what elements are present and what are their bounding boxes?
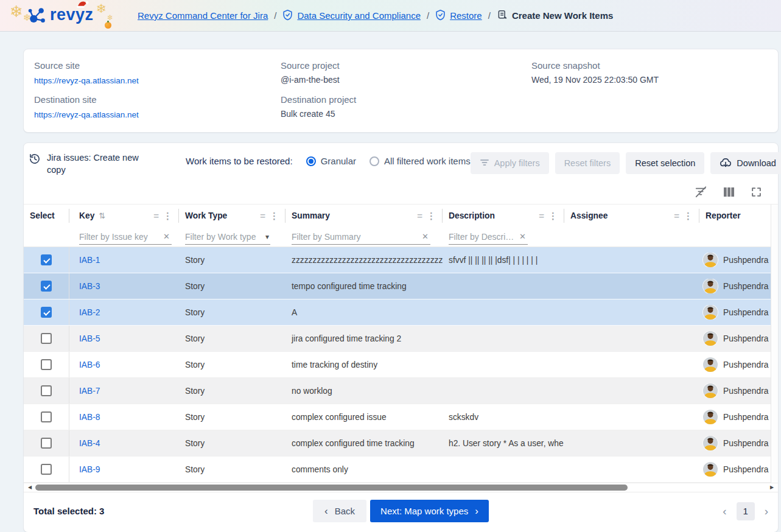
filter-off-icon[interactable] — [694, 186, 707, 198]
issue-key-link[interactable]: IAB-3 — [79, 282, 100, 291]
scroll-right-arrow-icon[interactable]: ▶ — [769, 485, 775, 490]
table-body: IAB-1 Story zzzzzzzzzzzzzzzzzzzzzzzzzzzz… — [24, 247, 771, 483]
column-header-assignee[interactable]: Assignee = ⋮ — [564, 205, 699, 227]
restore-scope-options: Work items to be restored: Granular All … — [186, 156, 471, 166]
column-header-summary[interactable]: Summary = ⋮ — [285, 205, 443, 227]
description-filter-input[interactable] — [449, 232, 517, 242]
source-site-link[interactable]: https://revyz-qa.atlassian.net — [34, 76, 139, 85]
row-checkbox[interactable] — [41, 333, 52, 344]
column-resize-icon[interactable]: = — [153, 211, 159, 221]
issue-key-link[interactable]: IAB-7 — [79, 387, 100, 396]
horizontal-scrollbar-thumb[interactable] — [35, 485, 628, 491]
revyz-logo[interactable]: ❄ ❄ ❄ ❄ revyz — [10, 0, 118, 32]
row-checkbox[interactable] — [41, 438, 52, 449]
column-menu-icon[interactable]: ⋮ — [427, 211, 436, 222]
issue-key-link[interactable]: IAB-9 — [79, 465, 100, 474]
apply-filters-button[interactable]: Apply filters — [471, 152, 549, 174]
table-viewport: Select Key ⇅ = ⋮ Work Type = — [24, 205, 771, 483]
clear-key-filter-icon[interactable]: ✕ — [161, 232, 172, 241]
columns-icon[interactable] — [723, 187, 735, 197]
row-checkbox[interactable] — [41, 411, 52, 422]
row-checkbox[interactable] — [41, 385, 52, 396]
description-cell: h2. User story * As a user, whe — [443, 439, 564, 448]
breadcrumb: Revyz Command Center for Jira / Data Sec… — [138, 9, 613, 23]
reporter-name: Pushpendra Sha — [723, 360, 771, 369]
work-type-cell: Story — [179, 282, 285, 291]
column-resize-icon[interactable]: = — [539, 211, 544, 221]
description-cell: sfvvf || || || || |dsf| | | | | | | — [443, 256, 564, 265]
row-checkbox[interactable] — [41, 359, 52, 370]
issue-key-link[interactable]: IAB-1 — [79, 256, 100, 265]
breadcrumb-command-center-link[interactable]: Revyz Command Center for Jira — [138, 10, 268, 21]
reporter-name: Pushpendra Sha — [723, 256, 771, 265]
radio-granular-label: Granular — [321, 156, 356, 166]
destination-site-link[interactable]: https://revyz-qa.atlassian.net — [34, 110, 139, 119]
breadcrumb-data-security-link[interactable]: Data Security and Compliance — [297, 10, 421, 21]
column-resize-icon[interactable]: = — [260, 211, 265, 221]
column-resize-icon[interactable]: = — [417, 211, 422, 221]
download-button[interactable]: Download — [710, 152, 781, 174]
reporter-name: Pushpendra Sha — [723, 413, 771, 422]
total-selected: Total selected: 3 — [33, 506, 313, 516]
clear-description-filter-icon[interactable]: ✕ — [517, 232, 528, 241]
column-resize-icon[interactable]: = — [674, 211, 679, 221]
reporter-name: Pushpendra Sha — [723, 308, 771, 317]
radio-all-filtered[interactable]: All filtered work items — [369, 156, 471, 166]
reporter-avatar — [703, 331, 718, 346]
issue-key-link[interactable]: IAB-5 — [79, 334, 100, 343]
work-type-filter-select[interactable]: Filter by Work type ▾ — [185, 229, 270, 245]
caret-down-icon: ▾ — [264, 233, 270, 241]
horizontal-scrollbar[interactable]: ◀ ▶ — [24, 483, 778, 492]
sort-icon[interactable]: ⇅ — [99, 211, 105, 220]
previous-page-icon[interactable]: ‹ — [723, 505, 726, 517]
work-type-cell: Story — [179, 465, 285, 474]
next-map-work-types-button[interactable]: Next: Map work types › — [370, 500, 489, 522]
row-checkbox[interactable] — [41, 307, 52, 318]
clear-summary-filter-icon[interactable]: ✕ — [420, 232, 430, 241]
row-checkbox[interactable] — [41, 254, 52, 265]
issue-key-link[interactable]: IAB-6 — [79, 360, 100, 369]
next-page-icon[interactable]: › — [765, 505, 768, 517]
reset-selection-button[interactable]: Reset selection — [626, 152, 704, 174]
shield-check-icon — [282, 9, 293, 23]
scroll-left-arrow-icon[interactable]: ◀ — [27, 485, 33, 490]
source-snapshot-block: Source snapshot Wed, 19 Nov 2025 22:03:5… — [531, 60, 768, 86]
work-type-cell: Story — [179, 256, 285, 265]
fullscreen-icon[interactable] — [751, 186, 762, 198]
breadcrumb-restore-link[interactable]: Restore — [450, 10, 482, 21]
column-header-key[interactable]: Key ⇅ = ⋮ — [69, 205, 179, 227]
vertical-scrollbar-track[interactable] — [771, 205, 778, 483]
column-menu-icon[interactable]: ⋮ — [163, 211, 173, 222]
column-menu-icon[interactable]: ⋮ — [548, 211, 558, 222]
column-header-work-type[interactable]: Work Type = ⋮ — [179, 205, 285, 227]
breadcrumb-separator: / — [488, 10, 491, 21]
page-number[interactable]: 1 — [737, 502, 755, 520]
row-checkbox[interactable] — [41, 464, 52, 475]
row-checkbox[interactable] — [41, 281, 52, 292]
reporter-name: Pushpendra Sha — [723, 465, 771, 474]
radio-all-filtered-control[interactable] — [369, 156, 379, 166]
total-selected-count: 3 — [99, 506, 104, 516]
cloud-download-icon — [720, 157, 732, 170]
key-filter-input[interactable] — [79, 232, 161, 242]
reporter-avatar — [703, 357, 718, 372]
column-menu-icon[interactable]: ⋮ — [270, 211, 279, 222]
issue-key-link[interactable]: IAB-2 — [79, 308, 100, 317]
back-button[interactable]: ‹ Back — [313, 500, 366, 522]
table-row: IAB-7 Story no worklog Pushpendra Sha — [24, 378, 771, 404]
reporter-avatar — [703, 305, 718, 320]
table-row: IAB-5 Story jira configured time trackin… — [24, 326, 771, 352]
issue-key-link[interactable]: IAB-4 — [79, 439, 100, 448]
radio-granular-control[interactable] — [306, 156, 316, 166]
column-menu-icon[interactable]: ⋮ — [684, 211, 693, 222]
tangerine-decoration-icon — [105, 22, 111, 29]
summary-filter-input[interactable] — [292, 232, 420, 242]
column-header-description[interactable]: Description = ⋮ — [443, 205, 564, 227]
column-header-reporter[interactable]: Reporter — [699, 205, 771, 227]
reset-filters-button[interactable]: Reset filters — [555, 152, 620, 174]
horizontal-scrollbar-track[interactable] — [35, 485, 766, 491]
summary-cell: tempo configured time tracking — [285, 282, 443, 291]
radio-granular[interactable]: Granular — [306, 156, 356, 166]
issue-key-link[interactable]: IAB-8 — [79, 413, 100, 422]
reporter-cell: Pushpendra Sha — [699, 253, 771, 267]
